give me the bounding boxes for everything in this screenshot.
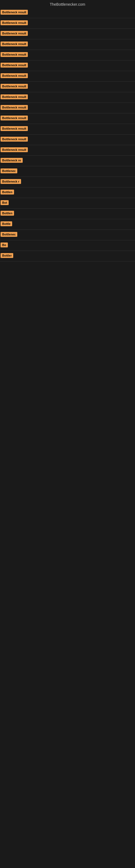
list-item: Bottleneck result [0,61,135,71]
bottleneck-badge[interactable]: Bottleneck result [1,63,28,67]
list-item: Bottleneck result [0,50,135,61]
list-item: Bottleneck result [0,145,135,156]
list-item: Bottle [0,219,135,230]
bottleneck-badge[interactable]: Bot [1,200,9,205]
list-item: Bottlenec [0,166,135,177]
list-item: Bottlenec [0,230,135,240]
bottleneck-badge[interactable]: Bottle [1,221,12,226]
list-item: Bottleneck result [0,8,135,18]
bottleneck-badge[interactable]: Bo [1,243,8,247]
list-item: Bottleneck result [0,29,135,39]
list-item: Bottleneck result [0,92,135,103]
list-item: Bottleneck result [0,39,135,50]
bottleneck-badge[interactable]: Bottlen [1,211,14,216]
bottleneck-badge[interactable]: Bottleneck result [1,105,28,110]
bottleneck-badge[interactable]: Bottlenec [1,168,17,173]
list-item: Bottlen [0,209,135,219]
bottleneck-badge[interactable]: Bottlen [1,190,14,194]
bottleneck-badge[interactable]: Bottler [1,253,13,258]
bottleneck-badge[interactable]: Bottleneck result [1,116,28,120]
bottleneck-badge[interactable]: Bottleneck result [1,10,28,14]
list-item: Bottleneck result [0,18,135,29]
bottleneck-badge[interactable]: Bottleneck result [1,126,28,131]
list-item: Bottleneck result [0,113,135,124]
list-item: Bottleneck result [0,82,135,92]
bottleneck-badge[interactable]: Bottleneck result [1,94,28,99]
list-item: Bottleneck re [0,156,135,166]
list-item: Bottleneck result [0,103,135,113]
list-item: Bottleneck result [0,124,135,134]
list-item: Bottleneck result [0,71,135,82]
bottleneck-badge[interactable]: Bottleneck result [1,41,28,46]
list-item: Bot [0,198,135,209]
bottleneck-badge[interactable]: Bottleneck result [1,31,28,36]
list-item: Bottlen [0,187,135,198]
list-item: Bottler [0,251,135,261]
bottleneck-badge[interactable]: Bottlenec [1,232,17,237]
list-item: Bottleneck result [0,134,135,145]
bottleneck-badge[interactable]: Bottleneck result [1,84,28,89]
bottleneck-badge[interactable]: Bottleneck result [1,137,28,142]
bottleneck-badge[interactable]: Bottleneck re [1,158,23,163]
list-item: Bottleneck r [0,177,135,187]
site-title: TheBottlenecker.com [50,2,85,6]
bottleneck-badge[interactable]: Bottleneck result [1,52,28,57]
list-item: Bo [0,240,135,251]
bottleneck-badge[interactable]: Bottleneck result [1,147,28,152]
page-wrapper: TheBottlenecker.com Bottleneck resultBot… [0,0,135,261]
bottleneck-badge[interactable]: Bottleneck r [1,179,21,184]
site-header: TheBottlenecker.com [0,0,135,8]
bottleneck-badge[interactable]: Bottleneck result [1,73,28,78]
bottleneck-items-container: Bottleneck resultBottleneck resultBottle… [0,8,135,261]
bottleneck-badge[interactable]: Bottleneck result [1,20,28,25]
